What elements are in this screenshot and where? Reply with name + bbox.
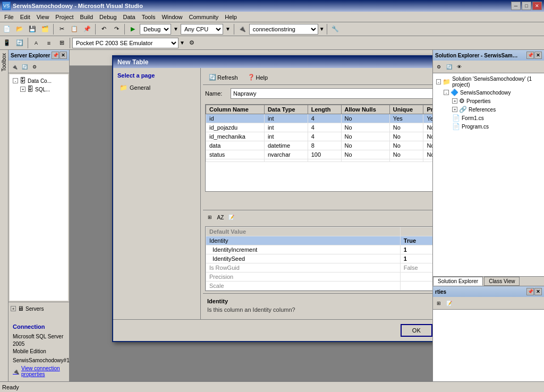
table-row[interactable]: id_mechanika int 4 No No No	[206, 132, 433, 141]
open-btn[interactable]: 📂	[14, 23, 26, 35]
se-props-btn[interactable]: ⚙	[434, 62, 444, 72]
props-identity-row[interactable]: Identity True	[206, 236, 433, 245]
prop-edit-btn[interactable]: 📝	[226, 212, 236, 222]
device-btn2[interactable]: 🔄	[14, 37, 26, 49]
table-row[interactable]: id int 4 No Yes Yes	[206, 114, 433, 123]
props-seed-row[interactable]: IdentitySeed 1	[206, 254, 433, 263]
ok-button[interactable]: OK	[401, 324, 432, 337]
menu-project[interactable]: Project	[52, 13, 76, 21]
menu-file[interactable]: File	[1, 13, 17, 21]
expand-sql[interactable]: +	[20, 87, 26, 92]
format-btn[interactable]: A	[30, 37, 42, 49]
tree-root[interactable]: - 🗄 Data Co...	[12, 76, 66, 85]
menu-help[interactable]: Help	[222, 13, 240, 21]
props-rowguid-row[interactable]: Is RowGuid False	[206, 263, 433, 272]
menu-window[interactable]: Window	[158, 13, 185, 21]
props-scale-row[interactable]: Scale	[206, 282, 433, 291]
properties-item[interactable]: + ⚙ Properties	[435, 97, 542, 105]
sql-icon: 🗄	[27, 86, 33, 93]
panel-pin-btn[interactable]: 📌	[52, 52, 59, 59]
prop-pane-btn2[interactable]: 📝	[444, 299, 454, 308]
expand-refs[interactable]: +	[452, 107, 457, 112]
increment-label: IdentityIncrement	[206, 245, 401, 254]
tree-servers[interactable]: + 🖥 Servers	[10, 304, 68, 313]
row-length: 4	[308, 123, 341, 132]
props-precision-row[interactable]: Precision	[206, 272, 433, 282]
expand-solution[interactable]: -	[436, 79, 441, 84]
menu-debug[interactable]: Debug	[96, 13, 120, 21]
toolbox-label[interactable]: Toolbox	[1, 53, 7, 71]
grid-btn[interactable]: ⊞	[56, 37, 67, 49]
expand-data-connections[interactable]: -	[13, 78, 18, 83]
data-icon: 🗄	[20, 77, 26, 84]
form1-item[interactable]: 📄 Form1.cs	[435, 114, 542, 122]
table-row[interactable]: id_pojazdu int 4 No No No	[206, 123, 433, 132]
tab-class-view[interactable]: Class View	[484, 277, 520, 286]
device-btn1[interactable]: 📱	[1, 37, 13, 49]
view-connection-link[interactable]: 🔌 View connection properties	[13, 365, 65, 377]
tools-btn[interactable]: 🔧	[329, 23, 341, 35]
device-select[interactable]: Pocket PC 2003 SE Emulator	[72, 38, 178, 48]
connect-btn[interactable]: 🔌	[236, 23, 248, 35]
maximize-button[interactable]: □	[522, 2, 531, 10]
menu-data[interactable]: Data	[120, 13, 139, 21]
properties-dropdown[interactable]	[433, 310, 544, 381]
menu-community[interactable]: Community	[186, 13, 222, 21]
connection-select[interactable]: connectionstring	[249, 24, 318, 35]
prop-sort-btn[interactable]: ⊞	[205, 212, 215, 222]
prop-pin-btn[interactable]: 📌	[526, 288, 534, 295]
platform-select[interactable]: Any CPU	[181, 24, 223, 35]
menu-view[interactable]: View	[33, 13, 53, 21]
project-icon: 🔷	[450, 89, 458, 96]
panel-close-btn[interactable]: ✕	[60, 52, 67, 59]
minimize-button[interactable]: ─	[511, 2, 521, 10]
props-header-label: Default Value	[206, 227, 401, 236]
se-refresh-btn[interactable]: 🔄	[20, 62, 29, 72]
copy-btn[interactable]: 📋	[69, 23, 80, 35]
table-name-input[interactable]	[231, 88, 432, 99]
se-close-btn[interactable]: ✕	[534, 52, 542, 59]
program-item[interactable]: 📄 Program.cs	[435, 122, 542, 131]
start-btn[interactable]: ▶	[127, 23, 139, 35]
se-show-all-btn[interactable]: 👁	[454, 62, 464, 72]
deploy-btn[interactable]: ⚙	[186, 37, 198, 49]
help-button[interactable]: ❓ Help	[244, 72, 272, 82]
expand-props[interactable]: +	[452, 98, 457, 104]
menu-build[interactable]: Build	[77, 13, 96, 21]
expand-project[interactable]: -	[444, 90, 449, 95]
identity-label: Identity	[206, 236, 401, 245]
refresh-button[interactable]: 🔄 Refresh	[205, 72, 242, 82]
prop-pane-controls: 📌 ✕	[526, 288, 542, 295]
redo-btn[interactable]: ↷	[110, 23, 122, 35]
se-props-btn[interactable]: ⚙	[30, 62, 39, 72]
references-item[interactable]: + 🔗 References	[435, 105, 542, 114]
save-all-btn[interactable]: 🗂️	[39, 23, 51, 35]
general-item[interactable]: 📁 General	[117, 83, 196, 92]
se-pin-btn[interactable]: 📌	[526, 52, 534, 59]
se-connect-btn[interactable]: 🔌	[10, 62, 19, 72]
tree-sql[interactable]: + 🗄 SQL...	[12, 85, 66, 93]
paste-btn[interactable]: 📌	[81, 23, 93, 35]
project-item[interactable]: - 🔷 SerwisSamochodowy	[435, 88, 542, 97]
expand-servers[interactable]: +	[11, 306, 16, 311]
save-btn[interactable]: 💾	[27, 23, 38, 35]
se-refresh2-btn[interactable]: 🔄	[444, 62, 454, 72]
tab-solution-explorer[interactable]: Solution Explorer	[433, 277, 483, 286]
status-bar: Ready	[0, 381, 544, 392]
menu-edit[interactable]: Edit	[17, 13, 33, 21]
prop-close-btn[interactable]: ✕	[534, 288, 542, 295]
cut-btn[interactable]: ✂	[56, 23, 67, 35]
build-config-select[interactable]: Debug	[140, 24, 171, 35]
table-row[interactable]: data datetime 8 No No No	[206, 141, 433, 150]
server-explorer-tree: - 🗄 Data Co... + 🗄 SQL...	[10, 74, 68, 301]
prop-pane-btn1[interactable]: ⊞	[434, 299, 444, 308]
new-project-btn[interactable]: 📄	[1, 23, 13, 35]
undo-btn[interactable]: ↶	[98, 23, 109, 35]
solution-item[interactable]: - 📁 Solution 'SerwisSamochodowy' (1 proj…	[435, 75, 542, 88]
prop-az-btn[interactable]: AZ	[216, 212, 225, 222]
props-increment-row[interactable]: IdentityIncrement 1	[206, 245, 433, 254]
close-button[interactable]: ✕	[532, 2, 542, 10]
align-btn[interactable]: ≡	[43, 37, 55, 49]
menu-tools[interactable]: Tools	[139, 13, 159, 21]
table-row[interactable]: status nvarchar 100 No No No	[206, 150, 433, 159]
